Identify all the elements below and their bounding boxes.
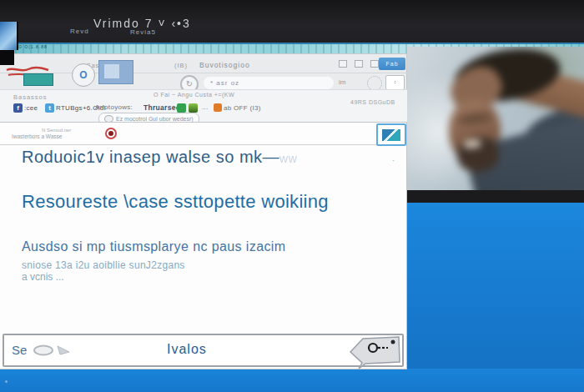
dialog-body-line1: Ausdso si mp tiusmsplarye nc paus izacim (22, 239, 286, 254)
green-app-icon (177, 103, 186, 113)
facebook-icon: f (13, 103, 23, 113)
photo-button[interactable] (376, 123, 406, 146)
black-square-fragment (0, 50, 14, 65)
bookmarks-label: Basassos (13, 93, 48, 101)
heading1-text: Roduoic1v inasep walse so mk— (22, 148, 279, 166)
toolbar-divider (0, 73, 407, 73)
heading1-smudge: ww (279, 152, 297, 165)
tab-glyph: (IB) (174, 62, 188, 69)
desktop-blue-bottom (0, 369, 584, 392)
background-window-title-fragment: O O(1.8.88 (18, 44, 48, 49)
dialog-footer-bar[interactable]: Se Ivalos (3, 334, 404, 367)
desktop-dot (5, 380, 8, 383)
key-callout-bubble[interactable] (349, 335, 404, 372)
dialog-body-line2: sniose 13a i2u aoibllie sunJ2zgans (22, 259, 185, 271)
close-icon[interactable] (370, 60, 379, 68)
footer-oval-icon (33, 344, 73, 360)
dialog-heading-2: Resoureste \case ssttopette woikiing (22, 191, 329, 213)
footer-center-label: Ivalos (167, 342, 207, 357)
top-window-bar: Revd Revia5 Vrimdo 7 ˅ ‹•3 (0, 0, 584, 43)
callout-dot (391, 340, 395, 344)
photo-bottom-black-bar (407, 190, 584, 203)
minimize-icon[interactable] (339, 60, 347, 68)
bookmarks-bar: Basassos O Fai ~ Angu Custa +=(KW 49RS D… (0, 89, 407, 123)
bookmarks-right-meta: 49RS DSGuDB (350, 99, 395, 105)
new-tab-button[interactable]: Fab (379, 58, 405, 70)
error-dialog: N Semod.ner Iwasterbors a Wasse Roduoic1… (0, 122, 407, 369)
frustrated-man-photo (407, 47, 584, 190)
window-title: Vrimdo 7 ˅ ‹•3 (93, 17, 191, 30)
man-mouth (464, 139, 481, 148)
dialog-heading-1: Roduoic1v inasep walse so mk—ww (22, 148, 297, 167)
blue-tile-inner (104, 64, 119, 78)
bookmark-green-1[interactable] (177, 103, 186, 113)
tab-title[interactable]: Buvotisogioo (199, 61, 250, 69)
bookmark-label: ab OFF (I3) (224, 104, 261, 112)
screen-thumbnail (0, 22, 18, 50)
menu-item-1[interactable]: Revd (70, 28, 89, 35)
photo-icon (382, 129, 400, 141)
circle-logo-icon[interactable]: O (72, 63, 95, 87)
bookmark-label: :cee (24, 104, 38, 112)
page-badge-icon[interactable]: ፡ (385, 75, 405, 90)
address-bar-input[interactable]: * asr oz (204, 77, 334, 89)
address-right-label: im (339, 78, 345, 86)
maximize-icon[interactable] (355, 60, 363, 68)
browser-window: Sassoid (IB) Buvotisogioo Fab ↻ * asr oz… (0, 53, 407, 369)
blue-tile-fragment (98, 60, 133, 84)
notification-text: Ez mocotrol Gul ubor wedesr) (116, 116, 194, 122)
bookmarks-meta-text: O Fai ~ Angu Custa +=(KW (154, 92, 234, 98)
footer-left-label: Se (12, 343, 27, 357)
twitter-icon: t (45, 103, 54, 113)
record-icon (105, 128, 117, 139)
dialog-mini-tab-line2: Iwasterbors a Wasse (12, 133, 62, 139)
bookmark-item-3[interactable]: Arfotoyows: (95, 103, 133, 111)
bookmark-facebook[interactable]: f :cee (13, 103, 38, 113)
photo-blur-layer (407, 47, 584, 190)
bookmark-overflow[interactable]: ... (202, 103, 209, 111)
teal-swatch (23, 73, 53, 86)
dialog-mini-tab-line1: N Semod.ner (42, 128, 71, 133)
ellipsis-label: ... (202, 103, 209, 111)
bookmark-orange[interactable]: ab OFF (I3) (214, 103, 261, 112)
window-controls[interactable] (339, 60, 379, 68)
bookmark-item-4[interactable]: Thruarseo (143, 103, 180, 112)
bookmark-green-2[interactable] (189, 103, 198, 113)
screen: Revd Revia5 Vrimdo 7 ˅ ‹•3 O O(1.8.88 Sa… (0, 0, 584, 392)
green-gradient-icon (189, 103, 198, 113)
bookmark-label: Thruarseo (143, 103, 180, 112)
orange-app-icon (214, 103, 222, 112)
dialog-body-line3: a vcnis ... (22, 271, 64, 283)
dialog-header-divider (0, 144, 405, 145)
bookmark-label: Arfotoyows: (95, 103, 133, 111)
desktop-blue-right (407, 203, 584, 392)
dialog-corner-dot: · (392, 156, 395, 165)
